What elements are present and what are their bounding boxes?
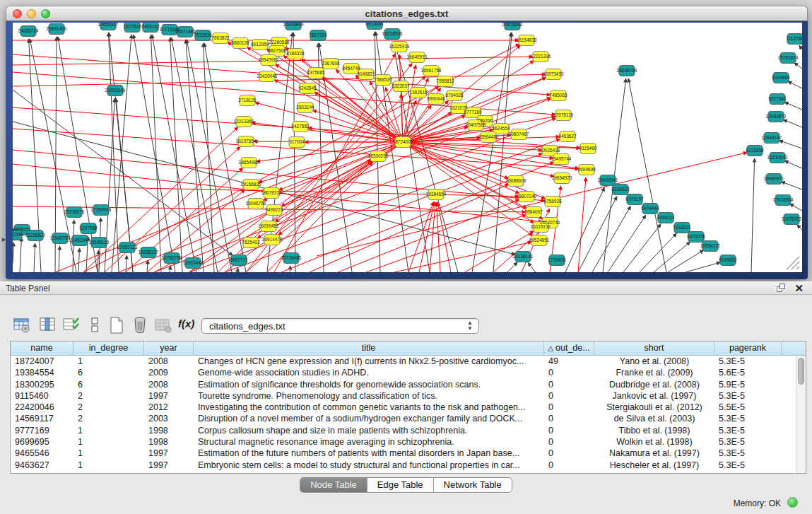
network-select-dropdown[interactable]: citations_edges.txt ▲▼ — [201, 318, 479, 334]
tab-node-table[interactable]: Node Table — [300, 478, 367, 492]
float-panel-icon[interactable] — [777, 284, 787, 293]
row-selection-icon[interactable] — [62, 316, 81, 334]
column-header-year[interactable]: year — [144, 341, 194, 355]
table-cell[interactable]: Nakamura et al. (1997) — [594, 448, 714, 459]
table-cell[interactable]: Genome-wide association studies in ADHD. — [194, 367, 544, 378]
table-row[interactable]: 911546021997Tourette syndrome. Phenomeno… — [11, 390, 796, 402]
table-cell[interactable]: Tibbo et al. (1998) — [594, 425, 714, 436]
table-cell[interactable]: 9115460 — [11, 390, 73, 402]
table-row[interactable]: 1456911722003Disruption of a novel membe… — [11, 413, 796, 424]
table-header-row[interactable]: namein_degreeyeartitle△out_de...shortpag… — [11, 341, 806, 356]
table-cell[interactable]: 0 — [544, 402, 594, 413]
table-cell[interactable]: 22420046 — [11, 402, 73, 413]
table-cell[interactable]: 0 — [544, 436, 594, 448]
close-panel-icon[interactable]: ✕ — [794, 282, 804, 295]
table-cell[interactable]: 5.3E-5 — [714, 356, 782, 367]
table-row[interactable]: 1938455462009Genome-wide association stu… — [11, 367, 796, 378]
table-cell[interactable]: 2003 — [144, 413, 194, 424]
window-titlebar[interactable]: citations_edges.txt — [6, 6, 808, 21]
new-table-icon[interactable] — [107, 316, 126, 334]
table-cell[interactable]: 2 — [73, 413, 144, 424]
merge-rows-icon[interactable] — [86, 316, 104, 334]
table-row[interactable]: 969969511998Structural magnetic resonanc… — [11, 436, 796, 448]
table-cell[interactable]: Structural magnetic resonance image aver… — [194, 436, 544, 448]
tab-network-table[interactable]: Network Table — [434, 478, 512, 492]
table-cell[interactable]: 0 — [544, 425, 594, 436]
table-cell[interactable]: 49 — [544, 356, 594, 367]
memory-ok-led-icon[interactable] — [787, 497, 798, 508]
table-cell[interactable]: 5.3E-5 — [714, 390, 782, 402]
table-cell[interactable]: 5.5E-5 — [714, 402, 782, 413]
table-row[interactable]: 1830029562008Estimation of significance … — [11, 379, 796, 390]
table-row[interactable]: 2242004622012Investigating the contribut… — [11, 402, 796, 413]
table-cell[interactable]: Yano et al. (2008) — [594, 356, 714, 367]
table-cell[interactable]: 5.3E-5 — [714, 436, 782, 448]
column-header-out-de-[interactable]: △out_de... — [544, 341, 594, 355]
table-cell[interactable]: Dudbridge et al. (2008) — [594, 379, 714, 390]
table-cell[interactable]: Estimation of the future numbers of pati… — [194, 448, 544, 459]
table-cell[interactable]: Hescheler et al. (1997) — [594, 460, 714, 471]
column-header-name[interactable]: name — [11, 341, 73, 355]
table-cell[interactable]: Wolkin et al. (1998) — [594, 436, 714, 448]
table-cell[interactable]: 1997 — [144, 460, 194, 471]
table-cell[interactable]: 2009 — [144, 367, 194, 378]
table-scrollbar[interactable] — [796, 356, 806, 473]
table-cell[interactable]: 5.3E-5 — [714, 460, 782, 471]
table-cell[interactable]: 18300295 — [11, 379, 73, 390]
table-cell[interactable]: 19384554 — [11, 367, 73, 378]
table-cell[interactable]: 1 — [73, 436, 144, 448]
table-body[interactable]: 1872400712008Changes of HCN gene express… — [11, 356, 796, 473]
table-cell[interactable]: Disruption of a novel member of a sodium… — [194, 413, 544, 424]
scrollbar-thumb[interactable] — [798, 358, 804, 385]
table-cell[interactable]: Investigating the contribution of common… — [194, 402, 544, 413]
table-cell[interactable]: 0 — [544, 379, 594, 390]
table-cell[interactable]: 0 — [544, 413, 594, 424]
table-cell[interactable]: Changes of HCN gene expression and I(f) … — [194, 356, 544, 367]
table-cell[interactable]: 2 — [73, 390, 144, 402]
table-cell[interactable]: 9465546 — [11, 448, 73, 459]
table-cell[interactable]: 2008 — [144, 379, 194, 390]
table-cell[interactable]: 14569117 — [11, 413, 73, 424]
table-cell[interactable]: 1998 — [144, 436, 194, 448]
table-row[interactable]: 1872400712008Changes of HCN gene express… — [11, 356, 796, 367]
table-cell[interactable]: 0 — [544, 448, 594, 459]
table-cell[interactable]: 0 — [544, 390, 594, 402]
table-cell[interactable]: 1 — [73, 448, 144, 459]
table-cell[interactable]: Embryonic stem cells: a model to study s… — [194, 460, 544, 471]
tab-edge-table[interactable]: Edge Table — [367, 478, 434, 492]
column-header-title[interactable]: title — [194, 341, 544, 355]
table-cell[interactable]: 0 — [544, 460, 594, 471]
table-cell[interactable]: 5.3E-5 — [714, 413, 782, 424]
table-cell[interactable]: 1998 — [144, 425, 194, 436]
table-cell[interactable]: Jankovic et al. (1997) — [594, 390, 714, 402]
table-cell[interactable]: Franke et al. (2009) — [594, 367, 714, 378]
select-columns-icon[interactable] — [39, 316, 57, 334]
table-cell[interactable]: 1997 — [144, 448, 194, 459]
table-cell[interactable]: 2008 — [144, 356, 194, 367]
table-cell[interactable]: Estimation of significance thresholds fo… — [194, 379, 544, 390]
column-header-in-degree[interactable]: in_degree — [73, 341, 144, 355]
table-cell[interactable]: 9699695 — [11, 436, 73, 448]
table-cell[interactable]: Stergiakouli et al. (2012) — [594, 402, 714, 413]
network-graph-canvas[interactable]: 1872400788601288912954222605889827508165… — [13, 23, 802, 272]
table-cell[interactable]: 5.3E-5 — [714, 448, 782, 459]
function-builder-icon[interactable]: f(x) — [178, 317, 196, 336]
table-cell[interactable]: 9777169 — [11, 425, 73, 436]
table-cell[interactable]: 9463627 — [11, 460, 73, 471]
table-cell[interactable]: 5.6E-5 — [714, 367, 782, 378]
column-header-short[interactable]: short — [594, 341, 714, 355]
column-header-pagerank[interactable]: pagerank — [714, 341, 782, 355]
table-cell[interactable]: 2 — [73, 402, 144, 413]
table-cell[interactable]: 5.9E-5 — [714, 379, 782, 390]
table-cell[interactable]: 6 — [73, 379, 144, 390]
table-cell[interactable]: de Silva et al. (2003) — [594, 413, 714, 424]
table-cell[interactable]: 1 — [73, 460, 144, 471]
table-cell[interactable]: 1 — [73, 356, 144, 367]
table-cell[interactable]: Tourette syndrome. Phenomenology and cla… — [194, 390, 544, 402]
delete-table-icon[interactable] — [131, 316, 149, 334]
table-cell[interactable]: 6 — [73, 367, 144, 378]
table-cell[interactable]: 1997 — [144, 390, 194, 402]
table-cell[interactable]: 5.3E-5 — [714, 425, 782, 436]
table-cell[interactable]: Corpus callosum shape and size in male p… — [194, 425, 544, 436]
table-cell[interactable]: 2012 — [144, 402, 194, 413]
